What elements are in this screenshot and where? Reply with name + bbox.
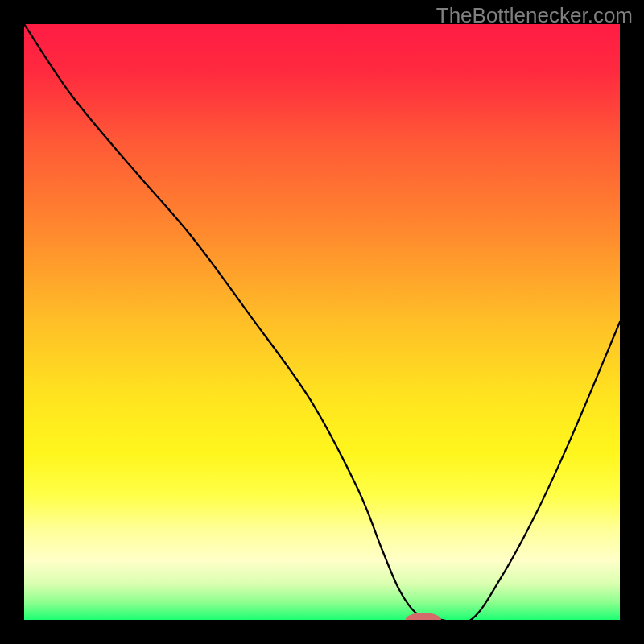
watermark-label: TheBottlenecker.com [436, 3, 633, 28]
chart-container: TheBottlenecker.com [0, 0, 644, 644]
gradient-background [24, 24, 620, 620]
plot-area [24, 24, 620, 620]
chart-svg [24, 24, 620, 620]
